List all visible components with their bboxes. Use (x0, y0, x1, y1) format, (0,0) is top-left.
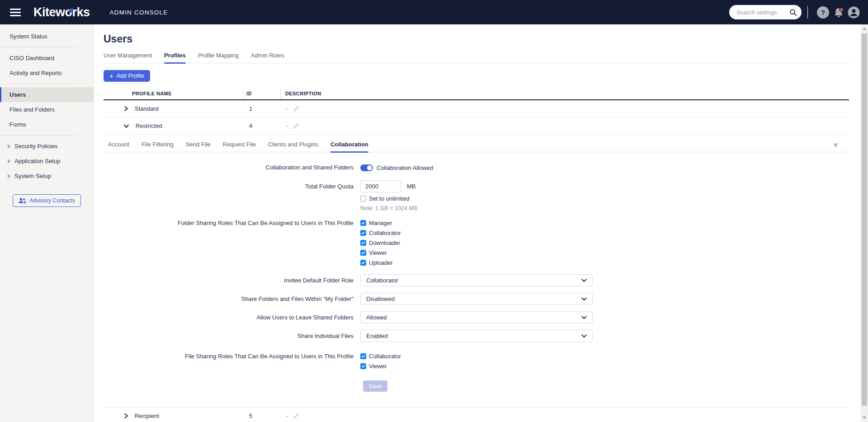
field-label: Invitee Default Folder Role (104, 277, 354, 284)
add-profile-button[interactable]: + Add Profile (104, 70, 150, 82)
share-within-my-folder-select[interactable]: Disallowed (360, 293, 593, 305)
expand-chevron-right-icon[interactable] (123, 106, 128, 112)
advisory-contacts-button[interactable]: Advisory Contacts (13, 194, 81, 207)
page-title: Users (104, 33, 849, 45)
notification-badge (839, 8, 843, 12)
collapse-chevron-down-icon[interactable] (123, 123, 129, 128)
hamburger-menu-icon[interactable] (10, 9, 21, 16)
profile-name: Standard (135, 105, 159, 112)
page-scrollbar[interactable] (861, 24, 868, 422)
chevron-down-icon (581, 316, 587, 319)
checkbox-checked-icon[interactable] (360, 220, 366, 226)
header-divider (807, 6, 808, 19)
sidebar-item-ciso-dashboard[interactable]: CISO Dashboard (0, 51, 94, 66)
tab-admin-roles[interactable]: Admin Roles (251, 52, 284, 63)
checkbox-manager[interactable]: Manager (360, 220, 401, 226)
table-row-standard[interactable]: Standard 1 - (104, 100, 849, 117)
sidebar-item-application-setup[interactable]: Application Setup (0, 154, 94, 169)
scrollbar-thumb[interactable] (862, 33, 867, 406)
chevron-down-icon (581, 297, 587, 301)
main-content: Users User Management Profiles Profile M… (94, 24, 868, 422)
admin-console-app: Kiteworks ADMIN CONSOLE ? (0, 0, 868, 422)
chevron-down-icon (581, 334, 587, 338)
checkbox-checked-icon[interactable] (360, 363, 366, 369)
settings-search-box[interactable] (729, 5, 802, 19)
tab-profile-mapping[interactable]: Profile Mapping (198, 52, 239, 63)
checkbox-checked-icon[interactable] (360, 260, 366, 266)
checkbox-viewer[interactable]: Viewer (360, 249, 401, 256)
field-label: Total Folder Quota (104, 183, 354, 190)
table-row-recipient[interactable]: Recipient 5 - (104, 408, 849, 422)
column-header-description: DESCRIPTION (280, 88, 849, 99)
sidebar-item-activity-and-reports[interactable]: Activity and Reports (0, 66, 94, 80)
save-button[interactable]: Save (363, 380, 387, 392)
checkbox-downloader[interactable]: Downloader (360, 239, 401, 246)
notifications-bell-icon[interactable] (832, 6, 844, 19)
tab-send-file[interactable]: Send File (186, 141, 211, 152)
sidebar-nav: System Status CISO Dashboard Activity an… (0, 24, 94, 422)
collaboration-toggle-switch[interactable] (360, 164, 373, 171)
collaboration-toggle-row: Collaboration and Shared Folders Collabo… (104, 164, 849, 171)
set-to-unlimited-checkbox[interactable]: Set to unlimited (360, 195, 849, 202)
sidebar-divider (0, 84, 77, 84)
profile-description: - (286, 122, 288, 129)
leave-shared-folders-select[interactable]: Allowed (360, 311, 593, 324)
user-account-icon[interactable] (848, 6, 860, 19)
table-row-restricted[interactable]: Restricted 4 - (104, 117, 849, 135)
edit-pencil-icon[interactable] (293, 105, 300, 112)
profile-id: 5 (244, 413, 280, 419)
sidebar-divider (0, 47, 77, 47)
column-header-profile-name: PROFILE NAME (104, 88, 244, 99)
share-individual-files-select[interactable]: Enabled (360, 330, 593, 342)
tab-profiles[interactable]: Profiles (164, 52, 186, 63)
checkbox-checked-icon[interactable] (360, 250, 366, 256)
tab-account[interactable]: Account (108, 141, 129, 152)
tab-clients-and-plugins[interactable]: Clients and Plugins (268, 141, 318, 152)
restricted-profile-detail-panel: Account File Filtering Send File Request… (104, 135, 849, 408)
tab-request-file[interactable]: Request File (223, 141, 256, 152)
tab-user-management[interactable]: User Management (104, 52, 152, 63)
edit-pencil-icon[interactable] (293, 413, 300, 419)
field-label: Allow Users to Leave Shared Folders (104, 314, 354, 321)
invitee-default-folder-role-select[interactable]: Collaborator (360, 274, 593, 286)
toggle-state-text: Collaboration Allowed (377, 164, 433, 171)
table-header-row: PROFILE NAME ID DESCRIPTION (104, 88, 849, 100)
folder-sharing-roles-row: Folder Sharing Roles That Can Be Assigne… (104, 220, 849, 266)
tab-file-filtering[interactable]: File Filtering (142, 141, 174, 152)
checkbox-uploader[interactable]: Uploader (360, 259, 401, 266)
scrollbar-up-arrow[interactable] (863, 28, 866, 30)
profile-id: 4 (244, 122, 280, 129)
checkbox-checked-icon[interactable] (360, 353, 366, 359)
search-input[interactable] (736, 9, 789, 16)
sidebar-item-system-status[interactable]: System Status (0, 29, 94, 44)
sidebar-item-security-policies[interactable]: Security Policies (0, 139, 94, 154)
chevron-right-icon (7, 144, 10, 149)
invitee-default-folder-role-row: Invitee Default Folder Role Collaborator (104, 274, 849, 286)
tab-collaboration[interactable]: Collaboration (330, 141, 368, 152)
checkbox-unchecked-icon[interactable] (360, 196, 366, 202)
edit-pencil-icon[interactable] (293, 122, 300, 129)
sidebar-item-system-setup[interactable]: System Setup (0, 169, 94, 183)
checkbox-file-viewer[interactable]: Viewer (360, 363, 401, 370)
scrollbar-down-arrow[interactable] (863, 417, 866, 419)
checkbox-file-collaborator[interactable]: Collaborator (360, 353, 401, 360)
plus-icon: + (109, 73, 113, 79)
sidebar-item-files-and-folders[interactable]: Files and Folders (0, 102, 94, 117)
people-icon (19, 198, 26, 204)
sidebar-item-users[interactable]: Users (0, 87, 94, 102)
search-icon[interactable] (789, 9, 797, 16)
checkbox-collaborator[interactable]: Collaborator (360, 230, 401, 236)
quota-input[interactable] (360, 180, 401, 192)
sidebar-item-forms[interactable]: Forms (0, 117, 94, 132)
checkbox-checked-icon[interactable] (360, 230, 366, 236)
checkbox-checked-icon[interactable] (360, 240, 366, 246)
close-icon[interactable]: ✕ (833, 142, 838, 148)
expand-chevron-right-icon[interactable] (123, 413, 128, 419)
profile-name: Restricted (136, 122, 162, 129)
help-icon[interactable]: ? (817, 6, 829, 19)
quota-note: Note: 1 GB = 1024 MB (360, 205, 849, 211)
field-label: Collaboration and Shared Folders (104, 164, 354, 171)
field-label: File Sharing Roles That Can Be Assigned … (104, 353, 354, 360)
chevron-right-icon (7, 159, 10, 164)
share-within-my-folder-row: Share Folders and Files Within "My Folde… (104, 293, 849, 305)
